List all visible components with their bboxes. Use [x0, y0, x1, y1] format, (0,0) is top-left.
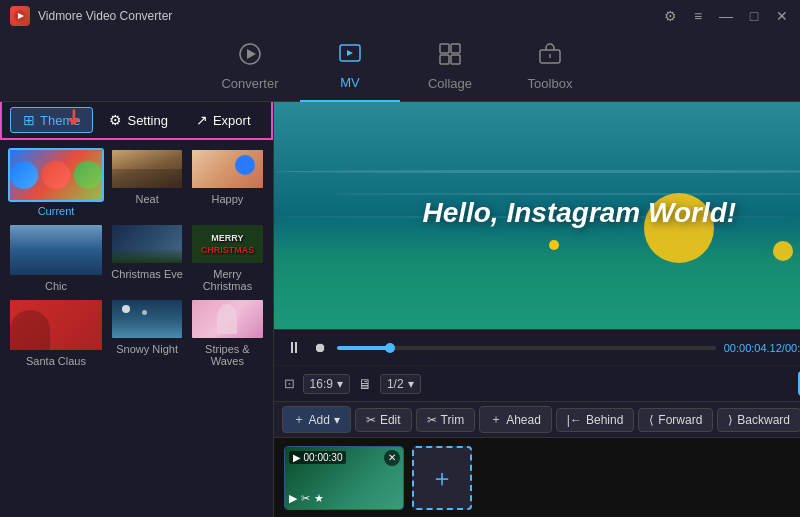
theme-item-happy[interactable]: Happy	[190, 148, 264, 217]
sub-toolbar: ⊞ Theme ⚙ Setting ↗ Export	[0, 102, 273, 140]
tab-toolbox[interactable]: Toolbox	[500, 32, 600, 102]
time-current: 00:00:04.12	[724, 342, 782, 354]
progress-dot	[385, 343, 395, 353]
svg-rect-6	[451, 44, 460, 53]
setting-button[interactable]: ⚙ Setting	[97, 108, 179, 132]
theme-merry-christmas-label: Merry Christmas	[190, 268, 264, 292]
video-controls: ⏸ ⏺ 00:00:04.12/00:00:30.01 🔊	[274, 329, 800, 365]
video-size-icon: ⊡	[284, 376, 295, 391]
settings-icon[interactable]: ⚙	[662, 8, 678, 24]
forward-button[interactable]: ⟨ Forward	[638, 408, 713, 432]
trim-icon: ✂	[427, 413, 437, 427]
behind-label: Behind	[586, 413, 623, 427]
time-display: 00:00:04.12/00:00:30.01	[724, 342, 800, 354]
theme-snowy-night-label: Snowy Night	[116, 343, 178, 355]
fraction-select[interactable]: 1/2 ▾	[380, 374, 421, 394]
progress-fill	[337, 346, 390, 350]
ratio-value: 16:9	[310, 377, 333, 391]
timeline: ▶ 00:00:30 ✕ ▶ ✂ ★ ＋ 1 / 1	[274, 437, 800, 517]
theme-chic-label: Chic	[45, 280, 67, 292]
tab-converter[interactable]: Converter	[200, 32, 300, 102]
titlebar-controls: ⚙ ≡ — □ ✕	[662, 8, 790, 24]
clip-play-icon: ▶	[289, 492, 297, 505]
converter-label: Converter	[221, 76, 278, 91]
theme-item-stripes-waves[interactable]: Stripes & Waves	[190, 298, 264, 367]
ahead-label: Ahead	[506, 413, 541, 427]
toolbox-icon	[538, 42, 562, 72]
trim-label: Trim	[441, 413, 465, 427]
export-sub-button[interactable]: ↗ Export	[184, 108, 263, 132]
red-arrow-indicator: ➜	[61, 108, 87, 126]
clip-duration: ▶ 00:00:30	[289, 451, 347, 464]
theme-item-merry-christmas[interactable]: MERRY CHRISTMAS Merry Christmas	[190, 223, 264, 292]
nav-tabs: Converter MV Collage	[0, 32, 800, 102]
play-pause-button[interactable]: ⏸	[284, 337, 304, 359]
behind-button[interactable]: |← Behind	[556, 408, 635, 432]
tab-mv[interactable]: MV	[300, 32, 400, 102]
titlebar-left: Vidmore Video Converter	[10, 6, 172, 26]
clip-close-button[interactable]: ✕	[384, 450, 400, 466]
theme-neat-label: Neat	[136, 193, 159, 205]
theme-item-christmas-eve[interactable]: Christmas Eve	[110, 223, 184, 292]
ahead-button[interactable]: ＋ Ahead	[479, 406, 552, 433]
svg-marker-3	[247, 49, 256, 59]
clip-scissors-icon: ✂	[301, 492, 310, 505]
converter-icon	[238, 42, 262, 72]
theme-item-santa-claus[interactable]: Santa Claus	[8, 298, 104, 367]
video-controls-row2: ⊡ 16:9 ▾ 🖥 1/2 ▾ Export	[274, 365, 800, 401]
collage-label: Collage	[428, 76, 472, 91]
add-chevron-icon: ▾	[334, 413, 340, 427]
menu-icon[interactable]: ≡	[690, 8, 706, 24]
export-sub-label: Export	[213, 113, 251, 128]
titlebar: Vidmore Video Converter ⚙ ≡ — □ ✕	[0, 0, 800, 32]
clip-action-icons: ▶ ✂ ★	[289, 492, 324, 505]
yellow-dot	[549, 240, 559, 250]
fraction-value: 1/2	[387, 377, 404, 391]
main-area: ➜ ⊞ Theme ⚙ Setting ↗ Export ✓	[0, 102, 800, 517]
backward-button[interactable]: ⟩ Backward	[717, 408, 800, 432]
app-title: Vidmore Video Converter	[38, 9, 172, 23]
yellow-circle-small	[773, 241, 793, 261]
clip-star-icon: ★	[314, 492, 324, 505]
app-logo	[10, 6, 30, 26]
theme-santa-label: Santa Claus	[26, 355, 86, 367]
ratio-chevron-icon: ▾	[337, 377, 343, 391]
time-total: 00:00:30.01	[785, 342, 800, 354]
bottom-toolbar: ＋ Add ▾ ✂ Edit ✂ Trim ＋ Ahead |← Behind …	[274, 401, 800, 437]
duration-text: 00:00:30	[304, 452, 343, 463]
left-panel: ➜ ⊞ Theme ⚙ Setting ↗ Export ✓	[0, 102, 274, 517]
collage-icon	[438, 42, 462, 72]
ratio-select[interactable]: 16:9 ▾	[303, 374, 350, 394]
video-background: Hello, Instagram World!	[274, 102, 800, 329]
theme-happy-label: Happy	[212, 193, 244, 205]
theme-current-label: Current	[38, 205, 75, 217]
monitor-icon: 🖥	[358, 376, 372, 392]
right-panel: Hello, Instagram World! ⏸ ⏺ 00:00:04.12/…	[274, 102, 800, 517]
backward-icon: ⟩	[728, 413, 733, 427]
theme-icon: ⊞	[23, 112, 35, 128]
svg-rect-8	[451, 55, 460, 64]
minimize-button[interactable]: —	[718, 8, 734, 24]
tab-collage[interactable]: Collage	[400, 32, 500, 102]
edit-icon: ✂	[366, 413, 376, 427]
timeline-clip-1[interactable]: ▶ 00:00:30 ✕ ▶ ✂ ★	[284, 446, 404, 510]
maximize-button[interactable]: □	[746, 8, 762, 24]
theme-grid: ✓ Current Neat	[0, 140, 273, 517]
theme-item-current[interactable]: ✓ Current	[8, 148, 104, 217]
add-clip-button[interactable]: ＋	[412, 446, 472, 510]
theme-item-neat[interactable]: Neat	[110, 148, 184, 217]
close-button[interactable]: ✕	[774, 8, 790, 24]
edit-button[interactable]: ✂ Edit	[355, 408, 412, 432]
theme-item-snowy-night[interactable]: Snowy Night	[110, 298, 184, 367]
forward-label: Forward	[658, 413, 702, 427]
progress-bar[interactable]	[337, 346, 716, 350]
play-icon-small: ▶	[293, 452, 301, 463]
theme-item-chic[interactable]: Chic	[8, 223, 104, 292]
svg-rect-5	[440, 44, 449, 53]
backward-label: Backward	[737, 413, 790, 427]
theme-christmas-eve-label: Christmas Eve	[111, 268, 183, 280]
add-clip-icon: ＋	[430, 462, 454, 494]
stop-button[interactable]: ⏺	[312, 338, 329, 357]
add-button[interactable]: ＋ Add ▾	[282, 406, 351, 433]
trim-button[interactable]: ✂ Trim	[416, 408, 476, 432]
